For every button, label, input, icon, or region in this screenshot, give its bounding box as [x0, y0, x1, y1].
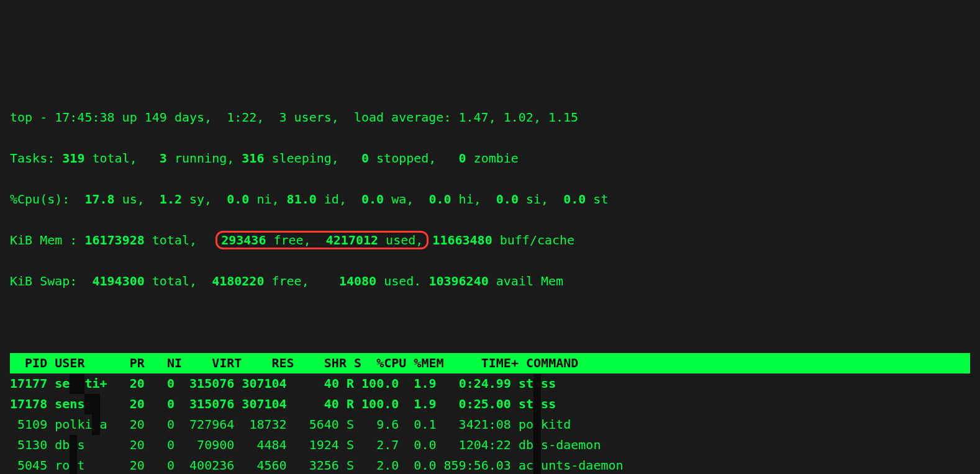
process-row: 17177 se ti+ 20 0 315076 307104 40 R 100…	[10, 373, 970, 394]
cpu-pct: 2.7	[361, 437, 399, 452]
res: 4560	[242, 458, 286, 473]
state: S	[347, 458, 354, 473]
res: 4484	[242, 437, 286, 452]
col-time: TIME+	[481, 356, 519, 370]
shr: 1924	[294, 437, 339, 452]
shr: 40	[294, 376, 339, 391]
command: db s-daemon	[519, 437, 601, 452]
command: st ss	[519, 396, 556, 411]
cpu-pct: 2.0	[361, 458, 399, 473]
process-table-header: PID USER PR NI VIRT RES SHR S %CPU %MEM …	[10, 353, 970, 373]
col-s: S	[354, 356, 361, 370]
user: db s	[55, 437, 122, 452]
pid: 5109	[10, 417, 47, 432]
col-ni: NI	[167, 356, 182, 370]
top-mem-line: KiB Mem : 16173928 total, 293436 free, 4…	[10, 230, 970, 251]
pr: 20	[130, 376, 145, 391]
process-table-body: 17177 se ti+ 20 0 315076 307104 40 R 100…	[10, 373, 970, 474]
terminal-output: top - 17:45:38 up 149 days, 1:22, 3 user…	[0, 82, 980, 474]
virt: 727964	[182, 417, 234, 432]
process-row: 5109 polkita 20 0 727964 18732 5640 S 9.…	[10, 414, 970, 435]
time: 1204:22	[444, 437, 511, 452]
col-res: RES	[272, 356, 294, 370]
top-tasks-line: Tasks: 319 total, 3 running, 316 sleepin…	[10, 148, 970, 169]
pid: 5130	[10, 437, 47, 452]
user: polkita	[55, 417, 122, 432]
shr: 5640	[294, 417, 339, 432]
shr: 3256	[294, 458, 339, 473]
ni: 0	[152, 458, 175, 473]
mem-pct: 1.9	[406, 396, 436, 411]
state: R	[347, 396, 354, 411]
pr: 20	[130, 417, 145, 432]
time: 0:24.99	[444, 376, 511, 391]
virt: 315076	[182, 376, 234, 391]
col-virt: VIRT	[212, 356, 242, 370]
process-row: 5045 ro t 20 0 400236 4560 3256 S 2.0 0.…	[10, 455, 970, 474]
ni: 0	[152, 417, 175, 432]
memory-highlight: 293436 free, 4217012 used,	[216, 231, 429, 249]
user: se ti+	[55, 376, 122, 391]
virt: 70900	[182, 437, 234, 452]
pr: 20	[130, 396, 145, 411]
pr: 20	[130, 458, 145, 473]
ni: 0	[152, 396, 175, 411]
shr: 40	[294, 396, 339, 411]
res: 18732	[242, 417, 286, 432]
user: sens	[55, 396, 122, 411]
virt: 315076	[182, 396, 234, 411]
time: 859:56.03	[444, 458, 511, 473]
res: 307104	[242, 376, 286, 391]
state: S	[347, 437, 354, 452]
process-row: 17178 sens 20 0 315076 307104 40 R 100.0…	[10, 394, 970, 414]
pid: 17177	[10, 376, 47, 391]
top-swap-line: KiB Swap: 4194300 total, 4180220 free, 1…	[10, 271, 970, 292]
mem-pct: 1.9	[406, 376, 436, 391]
command: po kitd	[519, 417, 571, 432]
top-cpu-line: %Cpu(s): 17.8 us, 1.2 sy, 0.0 ni, 81.0 i…	[10, 189, 970, 210]
mem-pct: 0.0	[406, 437, 436, 452]
pid: 17178	[10, 396, 47, 411]
time: 3421:08	[444, 417, 511, 432]
state: S	[347, 417, 354, 432]
cpu-pct: 100.0	[361, 396, 399, 411]
col-cpu: %CPU	[376, 356, 406, 370]
col-mem: %MEM	[414, 356, 443, 370]
ni: 0	[152, 376, 175, 391]
time: 0:25.00	[444, 396, 511, 411]
res: 307104	[242, 396, 286, 411]
command: ac unts-daemon	[519, 458, 624, 473]
top-summary-line1: top - 17:45:38 up 149 days, 1:22, 3 user…	[10, 107, 970, 128]
col-pr: PR	[130, 356, 145, 370]
col-user: USER	[55, 356, 122, 370]
process-row: 5130 db s 20 0 70900 4484 1924 S 2.7 0.0…	[10, 435, 970, 455]
state: R	[347, 376, 354, 391]
pr: 20	[130, 437, 145, 452]
col-shr: SHR	[324, 356, 347, 370]
cpu-pct: 9.6	[361, 417, 399, 432]
cpu-pct: 100.0	[361, 376, 399, 391]
col-cmd: COMMAND	[526, 356, 578, 370]
virt: 400236	[182, 458, 234, 473]
mem-pct: 0.1	[406, 417, 436, 432]
ni: 0	[152, 437, 175, 452]
command: st ss	[519, 376, 556, 391]
mem-pct: 0.0	[406, 458, 436, 473]
col-pid: PID	[10, 356, 47, 370]
pid: 5045	[10, 458, 47, 473]
user: ro t	[55, 458, 122, 473]
